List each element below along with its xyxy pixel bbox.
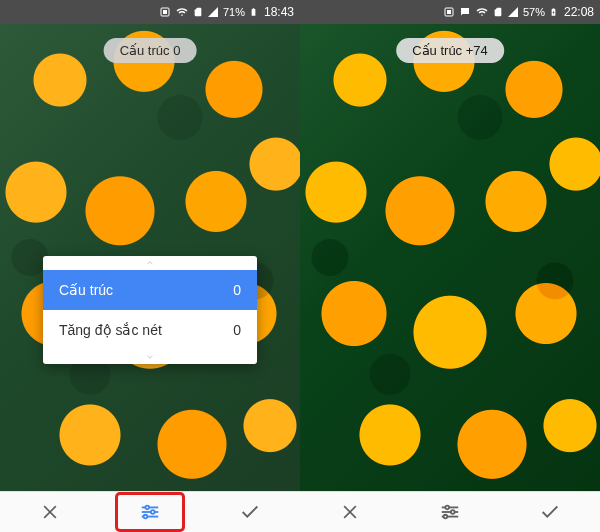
bottom-bar xyxy=(300,491,600,532)
close-icon xyxy=(340,502,360,522)
signal-icon xyxy=(207,6,219,18)
battery-percent: 57% xyxy=(523,6,545,18)
image-canvas[interactable]: Cấu trúc 0 Cấu trúc 0 Tăng độ sắc nét 0 xyxy=(0,24,300,491)
battery-charging-icon xyxy=(549,5,558,19)
confirm-button[interactable] xyxy=(518,495,582,529)
cancel-button[interactable] xyxy=(318,495,382,529)
clock: 22:08 xyxy=(564,5,594,19)
screens-pair: 71% 18:43 Cấu trúc 0 Cấu trúc 0 Tăng độ … xyxy=(0,0,600,532)
svg-point-5 xyxy=(145,506,149,510)
check-icon xyxy=(239,501,261,523)
adjustment-panel[interactable]: Cấu trúc 0 Tăng độ sắc nét 0 xyxy=(43,256,257,364)
svg-rect-1 xyxy=(163,10,167,14)
status-bar: 57% 22:08 xyxy=(300,0,600,24)
clock: 18:43 xyxy=(264,5,294,19)
chevron-up-icon[interactable] xyxy=(43,256,257,270)
image-canvas[interactable]: Cấu trúc +74 xyxy=(300,24,600,491)
adjust-button[interactable] xyxy=(418,495,482,529)
chevron-down-icon[interactable] xyxy=(43,350,257,364)
signal-icon xyxy=(507,6,519,18)
adjustment-pill: Cấu trúc 0 xyxy=(104,38,197,63)
check-icon xyxy=(539,501,561,523)
param-value: 0 xyxy=(233,282,241,298)
wifi-icon xyxy=(475,6,489,18)
sim-icon xyxy=(493,6,503,18)
confirm-button[interactable] xyxy=(218,495,282,529)
chat-icon xyxy=(459,6,471,18)
status-bar: 71% 18:43 xyxy=(0,0,300,24)
bottom-bar xyxy=(0,491,300,532)
battery-percent: 71% xyxy=(223,6,245,18)
svg-point-16 xyxy=(445,506,449,510)
svg-point-18 xyxy=(451,510,455,514)
screen-right: 57% 22:08 Cấu trúc +74 xyxy=(300,0,600,532)
svg-point-9 xyxy=(144,515,148,519)
adjust-button[interactable] xyxy=(118,495,182,529)
battery-icon xyxy=(249,5,258,19)
screenshot-icon xyxy=(159,6,171,18)
close-icon xyxy=(40,502,60,522)
adjustment-pill: Cấu trúc +74 xyxy=(396,38,504,63)
sim-icon xyxy=(193,6,203,18)
param-label: Cấu trúc xyxy=(59,282,113,298)
svg-point-20 xyxy=(444,515,448,519)
sliders-icon xyxy=(139,501,161,523)
param-row-structure[interactable]: Cấu trúc 0 xyxy=(43,270,257,310)
svg-point-7 xyxy=(151,510,155,514)
screen-left: 71% 18:43 Cấu trúc 0 Cấu trúc 0 Tăng độ … xyxy=(0,0,300,532)
param-value: 0 xyxy=(233,322,241,338)
cancel-button[interactable] xyxy=(18,495,82,529)
sliders-icon xyxy=(439,501,461,523)
wifi-icon xyxy=(175,6,189,18)
screenshot-icon xyxy=(443,6,455,18)
param-row-sharpen[interactable]: Tăng độ sắc nét 0 xyxy=(43,310,257,350)
svg-rect-11 xyxy=(447,10,451,14)
param-label: Tăng độ sắc nét xyxy=(59,322,162,338)
